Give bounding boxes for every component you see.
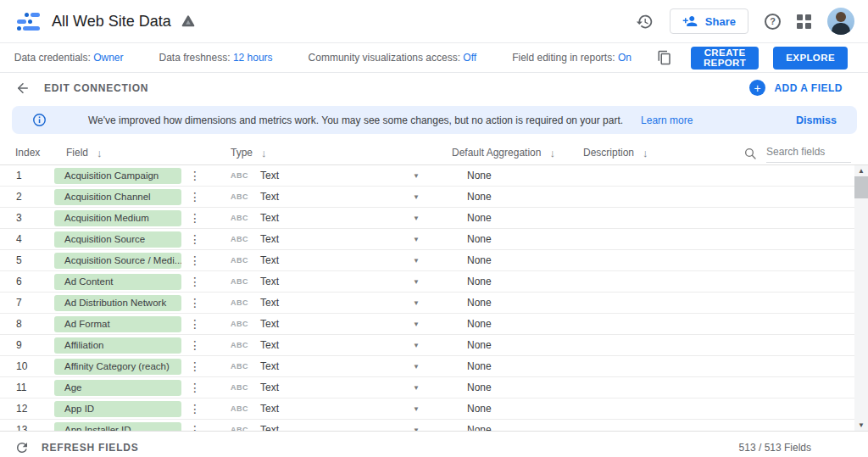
dismiss-button[interactable]: Dismiss <box>796 114 837 126</box>
kebab-menu-icon[interactable]: ⋮ <box>189 360 201 372</box>
row-type-cell[interactable]: ABC Text ▼ <box>231 297 452 309</box>
kebab-menu-icon[interactable]: ⋮ <box>189 254 201 266</box>
sort-arrow-icon[interactable]: ↓ <box>643 147 648 159</box>
field-editing-setting[interactable]: Field editing in reports: On <box>512 52 632 64</box>
field-name-pill[interactable]: Acquisition Source / Medi... <box>54 253 181 269</box>
search-input[interactable] <box>766 144 851 163</box>
chevron-down-icon[interactable]: ▼ <box>413 257 420 265</box>
row-type-cell[interactable]: ABC Text ▼ <box>231 382 452 393</box>
chevron-down-icon[interactable]: ▼ <box>413 172 420 180</box>
field-name-pill[interactable]: Acquisition Source <box>54 231 181 248</box>
row-aggregation[interactable]: None <box>452 339 581 351</box>
chevron-down-icon[interactable]: ▼ <box>413 278 420 286</box>
add-field-button[interactable]: + ADD A FIELD <box>749 80 853 96</box>
edit-connection-button[interactable]: EDIT CONNECTION <box>44 82 148 94</box>
row-type-cell[interactable]: ABC Text ▼ <box>231 191 452 203</box>
field-name-pill[interactable]: Acquisition Channel <box>54 189 181 205</box>
duplicate-icon[interactable] <box>657 49 672 66</box>
learn-more-link[interactable]: Learn more <box>641 114 693 126</box>
row-type-cell[interactable]: ABC Text ▼ <box>231 318 452 330</box>
sort-arrow-icon[interactable]: ↓ <box>97 147 103 159</box>
row-type-cell[interactable]: ABC Text ▼ <box>231 170 452 181</box>
kebab-menu-icon[interactable]: ⋮ <box>189 170 201 181</box>
row-aggregation[interactable]: None <box>452 297 581 309</box>
column-header-field[interactable]: Field ↓ <box>54 147 231 159</box>
field-name-pill[interactable]: Ad Format <box>54 316 181 332</box>
kebab-menu-icon[interactable]: ⋮ <box>189 233 201 245</box>
field-name-pill[interactable]: Ad Content <box>54 274 181 290</box>
kebab-menu-icon[interactable]: ⋮ <box>189 318 201 330</box>
field-name-pill[interactable]: App Installer ID <box>54 422 181 432</box>
explore-button[interactable]: EXPLORE <box>773 47 848 70</box>
row-aggregation[interactable]: None <box>452 403 581 415</box>
row-type-cell[interactable]: ABC Text ▼ <box>231 403 452 415</box>
chevron-down-icon[interactable]: ▼ <box>413 426 420 432</box>
row-aggregation[interactable]: None <box>452 212 581 224</box>
share-button[interactable]: Share <box>670 8 748 34</box>
field-name-pill[interactable]: Affiliation <box>54 337 181 354</box>
row-aggregation[interactable]: None <box>452 382 581 393</box>
refresh-fields-button[interactable]: REFRESH FIELDS <box>42 442 139 454</box>
sort-arrow-icon[interactable]: ↓ <box>549 147 555 159</box>
row-type-cell[interactable]: ABC Text ▼ <box>231 233 452 245</box>
back-arrow-icon[interactable] <box>15 81 31 96</box>
apps-grid-icon[interactable] <box>797 14 811 29</box>
row-type-cell[interactable]: ABC Text ▼ <box>231 276 452 287</box>
row-type-cell[interactable]: ABC Text ▼ <box>231 360 452 372</box>
sort-arrow-icon[interactable]: ↓ <box>261 147 267 159</box>
row-aggregation[interactable]: None <box>452 318 581 330</box>
row-aggregation[interactable]: None <box>452 170 581 181</box>
vertical-scrollbar[interactable]: ▲ ▼ <box>854 165 868 431</box>
field-name-pill[interactable]: Age <box>54 380 181 396</box>
chevron-down-icon[interactable]: ▼ <box>413 405 420 413</box>
kebab-menu-icon[interactable]: ⋮ <box>189 403 201 415</box>
column-header-aggregation[interactable]: Default Aggregation ↓ <box>452 147 581 159</box>
chevron-down-icon[interactable]: ▼ <box>413 299 420 307</box>
chevron-down-icon[interactable]: ▼ <box>413 363 420 371</box>
data-studio-logo-icon[interactable] <box>17 13 40 31</box>
kebab-menu-icon[interactable]: ⋮ <box>189 339 201 351</box>
chevron-down-icon[interactable]: ▼ <box>413 236 420 243</box>
scroll-up-icon[interactable]: ▲ <box>854 165 868 176</box>
page-title[interactable]: All Web Site Data <box>52 13 171 31</box>
version-history-icon[interactable] <box>636 13 654 31</box>
field-name-pill[interactable]: App ID <box>54 401 181 417</box>
field-name-pill[interactable]: Affinity Category (reach) <box>54 359 181 375</box>
community-visualizations-setting[interactable]: Community visualizations access: Off <box>309 52 477 64</box>
field-name-pill[interactable]: Acquisition Campaign <box>54 168 181 184</box>
chevron-down-icon[interactable]: ▼ <box>413 215 420 222</box>
scrollbar-thumb[interactable] <box>854 176 868 198</box>
data-freshness-setting[interactable]: Data freshness: 12 hours <box>159 52 273 64</box>
kebab-menu-icon[interactable]: ⋮ <box>189 191 201 203</box>
avatar[interactable] <box>827 8 854 35</box>
row-aggregation[interactable]: None <box>452 424 581 431</box>
kebab-menu-icon[interactable]: ⋮ <box>189 424 201 431</box>
refresh-icon[interactable] <box>14 440 30 455</box>
field-name-pill[interactable]: Acquisition Medium <box>54 210 181 226</box>
row-aggregation[interactable]: None <box>452 191 581 203</box>
field-name-pill[interactable]: Ad Distribution Network <box>54 295 181 311</box>
create-report-button[interactable]: CREATE REPORT <box>691 47 759 70</box>
chevron-down-icon[interactable]: ▼ <box>413 342 420 349</box>
data-credentials-setting[interactable]: Data credentials: Owner <box>14 52 124 64</box>
row-type-cell[interactable]: ABC Text ▼ <box>231 254 452 266</box>
column-header-type[interactable]: Type ↓ <box>231 147 452 159</box>
row-type-cell[interactable]: ABC Text ▼ <box>231 424 452 431</box>
text-type-icon: ABC <box>231 171 248 180</box>
kebab-menu-icon[interactable]: ⋮ <box>189 382 201 393</box>
row-type-cell[interactable]: ABC Text ▼ <box>231 339 452 351</box>
row-type-cell[interactable]: ABC Text ▼ <box>231 212 452 224</box>
chevron-down-icon[interactable]: ▼ <box>413 320 420 328</box>
text-type-icon: ABC <box>231 320 248 328</box>
help-icon[interactable]: ? <box>765 14 781 30</box>
row-aggregation[interactable]: None <box>452 360 581 372</box>
row-aggregation[interactable]: None <box>452 276 581 287</box>
chevron-down-icon[interactable]: ▼ <box>413 384 420 392</box>
chevron-down-icon[interactable]: ▼ <box>413 193 420 201</box>
kebab-menu-icon[interactable]: ⋮ <box>189 212 201 224</box>
row-aggregation[interactable]: None <box>452 254 581 266</box>
kebab-menu-icon[interactable]: ⋮ <box>189 297 201 309</box>
kebab-menu-icon[interactable]: ⋮ <box>189 276 201 287</box>
scroll-down-icon[interactable]: ▼ <box>854 420 868 431</box>
row-aggregation[interactable]: None <box>452 233 581 245</box>
